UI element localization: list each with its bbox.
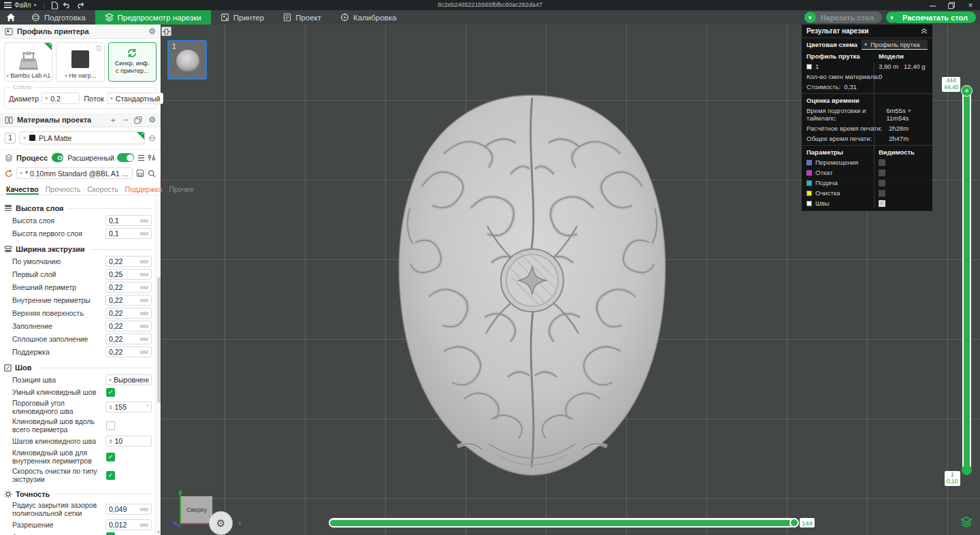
spinner-arrows-icon[interactable]: ▲▼ bbox=[109, 404, 112, 410]
value-select[interactable]: ▾Выровненн... bbox=[105, 374, 152, 385]
subtab-speed[interactable]: Скорость bbox=[87, 185, 118, 195]
new-project-button[interactable] bbox=[51, 1, 59, 10]
plate-type-card[interactable]: ⓘ ▾ Не нагр... bbox=[56, 42, 104, 82]
value-input[interactable]: 0,22мм bbox=[105, 295, 152, 306]
value-input[interactable]: 0,22мм bbox=[105, 308, 152, 319]
tab-label: Предпросмотр нарезки bbox=[118, 14, 201, 22]
value-input[interactable]: 0,22мм bbox=[105, 256, 152, 267]
gear-icon[interactable]: ⚙ bbox=[148, 27, 156, 36]
color-scheme-label: Цветовая схема bbox=[806, 41, 858, 48]
setting-row: Скорость очистки по типу экструзии✓ bbox=[12, 467, 152, 483]
color-scheme-select[interactable]: ▾ Профиль прутка bbox=[862, 39, 928, 50]
move-slider-handle[interactable] bbox=[789, 518, 799, 528]
project-icon bbox=[283, 13, 291, 22]
collapse-panel-button[interactable] bbox=[921, 28, 928, 34]
checkbox[interactable]: ✓ bbox=[106, 453, 115, 461]
remove-circle-icon[interactable]: ⊖ bbox=[148, 133, 156, 143]
flow-select[interactable]: ▾ Стандартный bbox=[107, 93, 164, 104]
settings-scrollbar[interactable]: ▼ bbox=[155, 195, 161, 535]
print-plate-button[interactable]: Распечатать стол bbox=[892, 12, 976, 23]
setting-row: Высота первого слоя0,1мм bbox=[12, 228, 152, 239]
filament-table-row: 13,90 m 12,40 g bbox=[802, 61, 932, 71]
value-spinner[interactable]: ▲▼155° bbox=[105, 402, 152, 412]
advanced-toggle[interactable] bbox=[117, 153, 134, 162]
layer-slider[interactable]: + bbox=[962, 91, 971, 470]
subtab-support[interactable]: Поддержка bbox=[125, 185, 163, 195]
scope-global-tab[interactable]: Общие bbox=[52, 153, 64, 162]
tune-icon[interactable] bbox=[148, 154, 156, 161]
tab-home[interactable] bbox=[0, 10, 22, 25]
value-input[interactable]: 0,22мм bbox=[105, 321, 152, 331]
collapse-sidebar-button[interactable] bbox=[161, 27, 172, 36]
slice-dropdown-button[interactable]: ▾ bbox=[804, 12, 816, 23]
view-cube[interactable]: Сверху bbox=[181, 496, 212, 523]
visibility-checkbox[interactable] bbox=[879, 159, 885, 166]
printer-card[interactable]: ▾ Bambu Lab A1 bbox=[4, 42, 52, 82]
redo-button[interactable] bbox=[76, 1, 84, 9]
brain-model[interactable] bbox=[381, 91, 683, 483]
setting-row: Позиция шва▾Выровненн... bbox=[12, 374, 152, 385]
axis-y-arrow bbox=[180, 491, 181, 524]
layers-view-button[interactable] bbox=[959, 515, 974, 530]
value-input[interactable]: 0,22мм bbox=[105, 346, 152, 357]
slice-plate-button[interactable]: Нарезать стол bbox=[810, 12, 882, 23]
move-slider[interactable] bbox=[329, 518, 798, 528]
reset-preset-icon[interactable] bbox=[5, 169, 13, 178]
visibility-checkbox[interactable] bbox=[879, 180, 885, 187]
checkbox[interactable]: ✓ bbox=[106, 388, 115, 397]
checkbox[interactable]: ✓ bbox=[106, 532, 115, 535]
diameter-select[interactable]: ▾ 0.2 bbox=[42, 93, 80, 104]
layer-slider-top-handle[interactable]: + bbox=[961, 85, 973, 97]
tab-project[interactable]: Проект bbox=[274, 10, 331, 25]
scrollbar-thumb[interactable] bbox=[157, 277, 161, 403]
gear-icon[interactable]: ⚙ bbox=[148, 115, 156, 125]
tab-calibration[interactable]: Калибровка bbox=[331, 10, 406, 25]
layer-slider-bottom-handle[interactable] bbox=[962, 465, 972, 475]
legend-row: Швы✓ bbox=[802, 198, 932, 208]
minimize-button[interactable] bbox=[923, 0, 942, 10]
value-input[interactable]: 0,012мм bbox=[105, 519, 152, 530]
subtab-quality[interactable]: Качество bbox=[6, 185, 39, 195]
value-input[interactable]: 0,22мм bbox=[105, 282, 152, 293]
visibility-checkbox[interactable]: ✓ bbox=[879, 200, 885, 207]
sync-printer-card[interactable]: Синхр. инф.с принтер... bbox=[108, 42, 157, 82]
value-input[interactable]: 0,1мм bbox=[105, 215, 152, 226]
value-input[interactable]: 0,049мм bbox=[105, 504, 152, 515]
tab-preview[interactable]: Предпросмотр нарезки bbox=[95, 10, 211, 25]
setting-row: Верхняя поверхность0,22мм bbox=[12, 308, 152, 319]
view-settings-button[interactable]: ⚙ bbox=[209, 511, 233, 535]
subtab-others[interactable]: Прочее bbox=[169, 185, 193, 195]
plate-thumbnail[interactable]: 1 bbox=[167, 40, 207, 80]
file-menu[interactable]: Файл ▾ bbox=[4, 1, 37, 10]
checkbox[interactable] bbox=[106, 421, 115, 430]
checkbox[interactable]: ✓ bbox=[106, 471, 115, 480]
search-icon[interactable] bbox=[148, 169, 156, 178]
filament-select[interactable]: ▾ PLA Matte bbox=[19, 131, 145, 144]
process-preset-select[interactable]: ▾ * 0.10mm Standard @BBL A1 0.2 nozzle bbox=[16, 167, 133, 179]
value-input[interactable]: 0,25мм bbox=[105, 269, 152, 280]
remove-filament-button[interactable]: − bbox=[123, 115, 128, 125]
value-input[interactable]: 0,1мм bbox=[105, 228, 152, 239]
tab-label: Принтер bbox=[233, 14, 264, 22]
tab-device[interactable]: Принтер bbox=[211, 10, 274, 25]
tab-label: Проект bbox=[295, 14, 321, 22]
value-spinner[interactable]: ▲▼10 bbox=[105, 436, 152, 447]
visibility-checkbox[interactable] bbox=[879, 190, 885, 197]
copy-plates-icon[interactable] bbox=[134, 116, 142, 124]
save-preset-icon[interactable] bbox=[136, 169, 144, 177]
add-filament-button[interactable]: ＋ bbox=[109, 114, 117, 126]
visibility-checkbox[interactable] bbox=[879, 169, 885, 176]
materials-icon bbox=[5, 116, 13, 124]
legend-label: Откат bbox=[815, 169, 833, 176]
spinner-arrows-icon[interactable]: ▲▼ bbox=[109, 438, 112, 444]
restore-button[interactable] bbox=[942, 0, 961, 10]
value-input[interactable]: 0,22мм bbox=[105, 334, 152, 344]
list-view-icon[interactable] bbox=[137, 155, 145, 161]
print-dropdown-button[interactable]: ▾ bbox=[886, 12, 898, 23]
home-icon bbox=[6, 13, 16, 22]
tab-prepare[interactable]: Подготовка bbox=[22, 10, 95, 25]
undo-button[interactable] bbox=[63, 1, 71, 9]
scroll-down-arrow-icon[interactable]: ▼ bbox=[156, 530, 161, 534]
close-button[interactable]: × bbox=[961, 0, 980, 10]
subtab-strength[interactable]: Прочность bbox=[46, 185, 81, 195]
